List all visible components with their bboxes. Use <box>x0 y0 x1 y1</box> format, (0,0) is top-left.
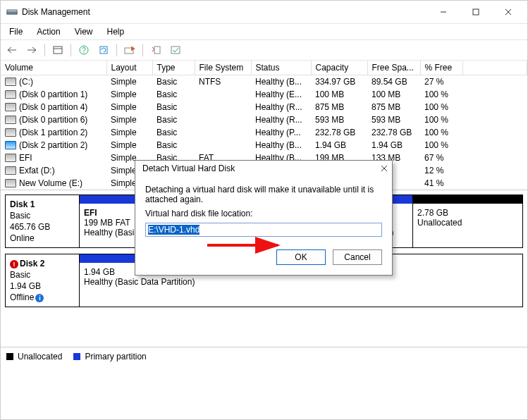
cell-pct: 12 % <box>420 164 462 177</box>
volume-row[interactable]: (Disk 2 partition 2)SimpleBasicHealthy (… <box>1 139 527 152</box>
cell-status: Healthy (E... <box>251 88 311 101</box>
volume-name: New Volume (E:) <box>19 178 82 188</box>
partition-label: EFI <box>84 208 97 218</box>
ok-button[interactable]: OK <box>276 249 326 265</box>
help-button[interactable]: ? <box>75 42 92 58</box>
cell-pct: 100 % <box>420 139 462 152</box>
disk-management-window: Disk Management File Action View Help ? … <box>0 0 528 420</box>
volume-row[interactable]: (Disk 1 partition 2)SimpleBasicHealthy (… <box>1 126 527 139</box>
menu-bar: File Action View Help <box>1 24 527 40</box>
cell-type: Basic <box>152 88 195 101</box>
disk-name: Disk 2 <box>20 259 44 268</box>
menu-view[interactable]: View <box>69 25 99 38</box>
column-header[interactable]: Layout <box>106 61 152 75</box>
cancel-button[interactable]: Cancel <box>333 249 382 265</box>
refresh-button[interactable] <box>95 42 112 58</box>
partition-bar <box>413 195 522 204</box>
disk-state: Offlinei <box>10 292 75 302</box>
volume-name: (Disk 0 partition 1) <box>19 89 87 99</box>
separator <box>70 44 71 56</box>
cell-capacity: 232.78 GB <box>311 126 367 139</box>
cell-layout: Simple <box>106 126 152 139</box>
warning-icon: ! <box>10 260 18 268</box>
dialog-field-label: Virtual hard disk file location: <box>145 209 382 218</box>
properties-button[interactable] <box>121 42 138 58</box>
toolbar: ? <box>1 40 527 61</box>
column-header[interactable]: % Free <box>420 61 462 75</box>
minimize-button[interactable] <box>427 1 460 23</box>
dialog-close-button[interactable] <box>381 165 388 172</box>
svg-rect-6 <box>54 47 62 54</box>
legend: Unallocated Primary partition <box>1 347 527 366</box>
cell-layout: Simple <box>106 139 152 152</box>
column-header[interactable]: Status <box>251 61 311 75</box>
cell-free: 1.94 GB <box>367 139 420 152</box>
column-header[interactable]: Volume <box>1 61 106 75</box>
svg-rect-1 <box>7 12 17 14</box>
cell-fs <box>195 101 251 113</box>
dialog-message: Detaching a virtual hard disk will make … <box>145 185 382 204</box>
column-header[interactable]: Type <box>152 61 195 75</box>
menu-file[interactable]: File <box>4 25 28 38</box>
legend-primary: Primary partition <box>85 352 146 362</box>
volume-name: (Disk 0 partition 6) <box>19 115 87 125</box>
volume-name: EFI <box>19 153 32 163</box>
svg-rect-13 <box>171 47 180 54</box>
partition[interactable]: 2.78 GBUnallocated <box>413 195 522 247</box>
disk-name: Disk 1 <box>10 199 35 209</box>
dialog-title: Detach Virtual Hard Disk <box>142 163 381 173</box>
info-icon: i <box>35 294 44 302</box>
explore-button[interactable] <box>167 42 184 58</box>
forward-button[interactable] <box>23 42 40 58</box>
unallocated-swatch <box>6 353 13 360</box>
cell-status: Healthy (B... <box>251 139 311 152</box>
cell-status: Healthy (R... <box>251 101 311 113</box>
volume-row[interactable]: (Disk 0 partition 4)SimpleBasicHealthy (… <box>1 101 527 113</box>
volume-name: (C:) <box>19 77 33 87</box>
menu-action[interactable]: Action <box>31 25 66 38</box>
disk-state: Online <box>10 233 75 243</box>
cell-pct: 41 % <box>420 177 462 190</box>
cell-free: 875 MB <box>367 101 420 113</box>
primary-swatch <box>73 353 80 360</box>
separator <box>142 44 143 56</box>
volume-row[interactable]: (C:)SimpleBasicNTFSHealthy (B...334.97 G… <box>1 75 527 89</box>
back-button[interactable] <box>4 42 20 58</box>
cell-layout: Simple <box>106 113 152 126</box>
volume-icon <box>5 166 16 175</box>
show-hide-console-button[interactable] <box>49 42 66 58</box>
cell-layout: Simple <box>106 101 152 113</box>
cell-fs <box>195 139 251 152</box>
cell-status: Healthy (P... <box>251 126 311 139</box>
cell-pct: 100 % <box>420 113 462 126</box>
column-header[interactable]: File System <box>195 61 251 75</box>
volume-row[interactable]: (Disk 0 partition 6)SimpleBasicHealthy (… <box>1 113 527 126</box>
cell-fs <box>195 88 251 101</box>
column-header[interactable]: Capacity <box>311 61 367 75</box>
vhd-location-value: E:\VHD-1.vhd <box>148 225 199 235</box>
vhd-location-input[interactable]: E:\VHD-1.vhd <box>145 223 382 237</box>
cell-pct: 67 % <box>420 152 462 164</box>
title-bar: Disk Management <box>1 1 527 24</box>
cell-pct: 100 % <box>420 88 462 101</box>
menu-help[interactable]: Help <box>102 25 130 38</box>
open-button[interactable] <box>147 42 164 58</box>
cell-type: Basic <box>152 126 195 139</box>
cell-free: 232.78 GB <box>367 126 420 139</box>
maximize-button[interactable] <box>460 1 492 23</box>
cell-capacity: 593 MB <box>311 113 367 126</box>
volume-icon <box>5 116 16 124</box>
cell-type: Basic <box>152 113 195 126</box>
cell-layout: Simple <box>106 75 152 89</box>
cell-fs <box>195 113 251 126</box>
detach-vhd-dialog: Detach Virtual Hard Disk Detaching a vir… <box>135 160 393 276</box>
cell-pct: 100 % <box>420 126 462 139</box>
close-button[interactable] <box>492 1 524 23</box>
volume-icon <box>5 179 16 187</box>
column-header[interactable]: Free Spa... <box>367 61 420 75</box>
volume-name: (Disk 2 partition 2) <box>19 140 87 150</box>
cell-capacity: 100 MB <box>311 88 367 101</box>
volume-row[interactable]: (Disk 0 partition 1)SimpleBasicHealthy (… <box>1 88 527 101</box>
cell-pct: 100 % <box>420 101 462 113</box>
cell-free: 593 MB <box>367 113 420 126</box>
